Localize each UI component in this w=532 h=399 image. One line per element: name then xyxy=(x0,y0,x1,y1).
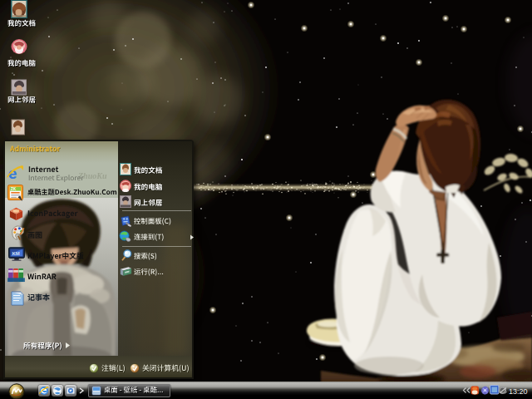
svg-text:e: e xyxy=(8,165,17,182)
svg-text:ZK: ZK xyxy=(11,187,17,191)
svg-text:KM: KM xyxy=(12,251,20,256)
